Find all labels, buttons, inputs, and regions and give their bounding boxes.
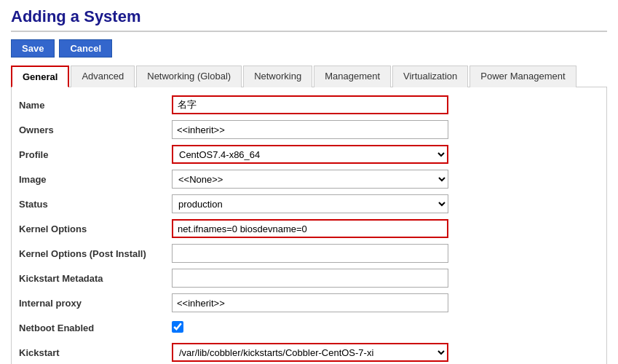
kickstart-metadata-control bbox=[172, 269, 448, 288]
tab-general[interactable]: General bbox=[11, 66, 69, 87]
image-label: Image bbox=[19, 174, 172, 185]
owners-label: Owners bbox=[19, 124, 172, 135]
profile-label: Profile bbox=[19, 149, 172, 160]
tabs-bar: General Advanced Networking (Global) Net… bbox=[11, 65, 607, 87]
tab-networking-global[interactable]: Networking (Global) bbox=[136, 66, 242, 87]
save-button[interactable]: Save bbox=[11, 39, 55, 58]
kickstart-row: Kickstart /var/lib/cobbler/kickstarts/Co… bbox=[19, 342, 599, 363]
netboot-enabled-row: Netboot Enabled bbox=[19, 317, 599, 338]
form-area: Name Owners Profile CentOS7.4-x86_64 Ima… bbox=[11, 87, 607, 364]
kernel-options-post-label: Kernel Options (Post Install) bbox=[19, 248, 172, 259]
kernel-options-post-input[interactable] bbox=[172, 244, 448, 263]
internal-proxy-row: Internal proxy bbox=[19, 293, 599, 313]
image-control: <<None>> bbox=[172, 170, 448, 189]
kickstart-label: Kickstart bbox=[19, 347, 172, 358]
owners-row: Owners bbox=[19, 119, 599, 140]
page-container: Adding a System Save Cancel General Adva… bbox=[0, 0, 618, 364]
tab-advanced[interactable]: Advanced bbox=[71, 66, 135, 87]
owners-control bbox=[172, 120, 448, 139]
status-label: Status bbox=[19, 199, 172, 210]
name-control bbox=[172, 95, 448, 114]
name-input[interactable] bbox=[172, 95, 448, 114]
internal-proxy-control bbox=[172, 293, 448, 312]
owners-input[interactable] bbox=[172, 120, 448, 139]
profile-control: CentOS7.4-x86_64 bbox=[172, 145, 448, 164]
tab-management[interactable]: Management bbox=[314, 66, 391, 87]
status-row: Status production development testing bbox=[19, 194, 599, 214]
kernel-options-row: Kernel Options bbox=[19, 218, 599, 239]
profile-row: Profile CentOS7.4-x86_64 bbox=[19, 144, 599, 165]
toolbar: Save Cancel bbox=[11, 39, 607, 58]
kernel-options-post-control bbox=[172, 244, 448, 263]
tab-networking[interactable]: Networking bbox=[243, 66, 312, 87]
kickstart-select[interactable]: /var/lib/cobbler/kickstarts/Cobbler-Cent… bbox=[172, 343, 448, 362]
kernel-options-input[interactable] bbox=[172, 219, 448, 238]
kernel-options-control bbox=[172, 219, 448, 238]
kickstart-metadata-row: Kickstart Metadata bbox=[19, 268, 599, 288]
name-label: Name bbox=[19, 100, 172, 111]
status-control: production development testing bbox=[172, 194, 448, 213]
kernel-options-label: Kernel Options bbox=[19, 223, 172, 234]
internal-proxy-label: Internal proxy bbox=[19, 298, 172, 309]
internal-proxy-input[interactable] bbox=[172, 293, 448, 312]
kickstart-control: /var/lib/cobbler/kickstarts/Cobbler-Cent… bbox=[172, 343, 448, 362]
kickstart-metadata-input[interactable] bbox=[172, 269, 448, 288]
profile-select[interactable]: CentOS7.4-x86_64 bbox=[172, 145, 448, 164]
name-row: Name bbox=[19, 95, 599, 115]
image-row: Image <<None>> bbox=[19, 169, 599, 189]
tab-virtualization[interactable]: Virtualization bbox=[392, 66, 468, 87]
tab-power-management[interactable]: Power Management bbox=[470, 66, 576, 87]
status-select[interactable]: production development testing bbox=[172, 194, 448, 213]
netboot-enabled-label: Netboot Enabled bbox=[19, 323, 172, 333]
image-select[interactable]: <<None>> bbox=[172, 170, 448, 189]
page-title: Adding a System bbox=[11, 7, 607, 32]
cancel-button[interactable]: Cancel bbox=[59, 39, 112, 58]
netboot-enabled-checkbox[interactable] bbox=[172, 321, 183, 333]
netboot-enabled-control bbox=[172, 321, 448, 335]
kickstart-metadata-label: Kickstart Metadata bbox=[19, 273, 172, 284]
kernel-options-post-row: Kernel Options (Post Install) bbox=[19, 243, 599, 264]
